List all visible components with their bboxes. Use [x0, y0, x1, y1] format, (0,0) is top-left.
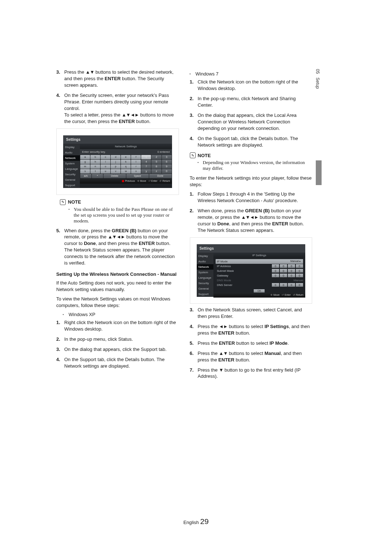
ip-row: DNS ModeManual [216, 278, 303, 283]
key: 4 [141, 160, 151, 164]
sidebar-item: Support [63, 183, 80, 188]
ip-row: Gateway0000 [216, 273, 303, 278]
sidebar-item: System [63, 161, 80, 166]
key: t [90, 169, 100, 173]
key: e [121, 155, 131, 159]
key: 2 [151, 155, 161, 159]
steps-list-b: 5.When done, press the GREEN (B) button … [56, 228, 179, 267]
footer-hint: ✢ Move [270, 294, 279, 296]
ui2-ok-button: OK [254, 289, 265, 292]
ip-row: IP Address0000 [216, 264, 303, 269]
key: o [101, 164, 110, 169]
ui2-panel-title: IP Settings [213, 253, 306, 258]
key: s [80, 169, 90, 173]
sidebar-item: Security [197, 281, 213, 286]
ip-row: Subnet Mask0000 [216, 269, 303, 273]
ui1-title: Settings [63, 135, 172, 144]
windows-xp-heading: ▪ Windows XP [63, 312, 179, 317]
step-item: 1.Right click the Network icon on the bo… [56, 319, 179, 332]
key: a [80, 155, 90, 159]
right-column: ▪ Windows 7 1.Click the Network icon on … [190, 69, 313, 383]
steps-list-d: 3.On the Network Status screen, select C… [190, 307, 313, 380]
key: 9 [162, 164, 172, 169]
ui-screenshot-ip-settings: Settings DisplayAudioNetworkSystemLangua… [190, 237, 313, 304]
page-lang: English [183, 520, 199, 525]
step-item: 4.Press the ◄► buttons to select IP Sett… [190, 323, 313, 336]
ui1-panel-title: Network Settings [80, 144, 172, 149]
note-list-2: ▪Depending on your Windows version, the … [198, 160, 313, 171]
note-list-1: ▪You should be able to find the Pass Phr… [69, 206, 179, 224]
key: i [101, 160, 110, 164]
key: m [80, 164, 90, 169]
note-label-2: NOTE [198, 153, 211, 158]
key: g [80, 160, 90, 164]
ui1-footer: Previous✢ Move⏎ Enter↺ Return [80, 179, 172, 184]
margin-section-label: Setup [315, 77, 320, 89]
key: 5 [151, 160, 161, 164]
ui2-footer: ✢ Move⏎ Enter↺ Return [213, 292, 306, 298]
sidebar-item: Security [63, 172, 80, 177]
key: j [111, 160, 121, 164]
key: w [121, 169, 131, 173]
square-bullet-icon: ▪ [63, 312, 69, 317]
footer-hint: Previous [122, 180, 135, 183]
key: f [131, 155, 141, 159]
step-item: 3.On the Network Status screen, select C… [190, 307, 313, 320]
ui-screenshot-keyboard: Settings DisplayAudioNetworkSystemLangua… [56, 128, 179, 195]
sidebar-item: General [197, 286, 213, 291]
step-item: 3.Press the ▲▼ buttons to select the des… [56, 69, 179, 89]
key: 0 [162, 169, 172, 173]
footer-hint: ↺ Return [159, 180, 170, 183]
paragraph-enter-settings: To enter the Network settings into your … [190, 175, 313, 188]
note-item: ▪Depending on your Windows version, the … [198, 160, 313, 171]
note-icon: ✎ [190, 152, 196, 158]
ui2-title: Settings [197, 244, 306, 253]
sidebar-item: Network [197, 264, 213, 270]
key: 8 [151, 164, 161, 169]
step-item: 5.When done, press the GREEN (B) button … [56, 228, 179, 267]
step-item: 7.Press the ▼ button to go to the first … [190, 367, 313, 380]
footer-hint: ⏎ Enter [282, 294, 291, 296]
sidebar-item: Language [197, 275, 213, 281]
ui1-keyboard: abcdef123ghijkl456mnopqr789stuvwxyz0a/A*… [80, 155, 172, 179]
sidebar-item: Audio [197, 259, 213, 264]
subheading-manual: Setting Up the Wireless Network Connecti… [56, 271, 179, 277]
paragraph-manual-2: To view the Network Settings values on m… [56, 296, 179, 309]
key: n [90, 164, 100, 169]
note-label-1: NOTE [68, 199, 81, 205]
key: k [121, 160, 131, 164]
step-item: 5.Press the ENTER button to select IP Mo… [190, 340, 313, 347]
windows-7-heading: ▪ Windows 7 [190, 71, 313, 77]
key: c [101, 155, 110, 159]
step-item: 1.Click the Network icon on the bottom r… [190, 79, 313, 92]
key: a/A [80, 174, 91, 178]
footer-hint: ↺ Return [293, 294, 303, 296]
key: 7 [141, 164, 151, 169]
key: l [131, 160, 141, 164]
footer-hint: ✢ Move [137, 180, 146, 183]
paragraph-manual-1: If the Auto Setting does not work, you n… [56, 280, 179, 293]
sidebar-item: Audio [63, 150, 80, 155]
step-item: 6.Press the ▲▼ buttons to select Manual,… [190, 350, 313, 363]
square-bullet-icon: ▪ [190, 71, 196, 77]
key: x [131, 169, 141, 173]
key: r [131, 164, 141, 169]
step-item: 4.On the Security screen, enter your net… [56, 92, 179, 125]
key: 6 [162, 160, 172, 164]
step-item: 2.When done, press the GREEN (B) button … [190, 208, 313, 234]
windows-7-steps: 1.Click the Network icon on the bottom r… [190, 79, 313, 148]
key: z [151, 169, 161, 173]
key: u [101, 169, 110, 173]
sidebar-item: General [63, 177, 80, 183]
ip-row: IP ModeManual ▸ [216, 259, 303, 264]
key: q [121, 164, 131, 169]
sidebar-item: System [197, 270, 213, 275]
margin-thumb-mark [316, 160, 322, 185]
ip-row: DNS Server0000 [216, 283, 303, 287]
ui1-prompt: Enter security key. [82, 150, 106, 154]
margin-section-tab: 05 Setup [315, 69, 320, 89]
ui1-sidebar: DisplayAudioNetworkSystemLanguageSecurit… [63, 144, 80, 188]
step-item: 2.In the pop-up menu, click Network and … [190, 95, 313, 109]
windows-xp-label: Windows XP [69, 312, 95, 317]
page-body: 3.Press the ▲▼ buttons to select the des… [56, 69, 312, 383]
